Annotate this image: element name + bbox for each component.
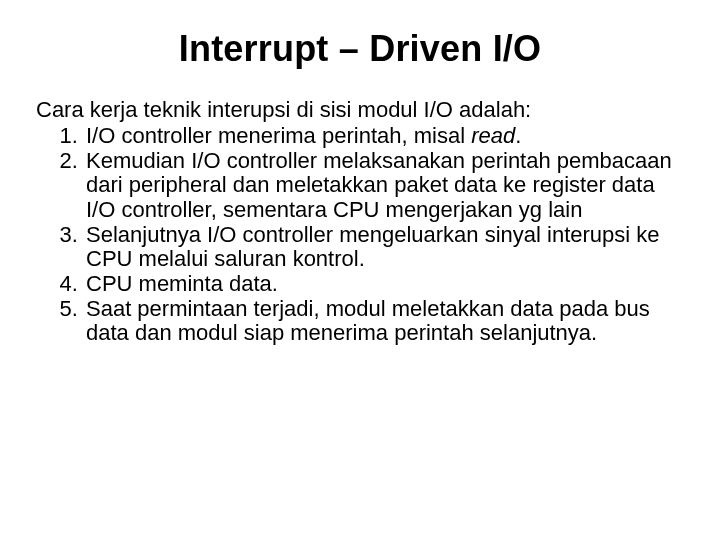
list-item: Kemudian I/O controller melaksanakan per… — [84, 149, 684, 223]
list-item-text: CPU meminta data. — [86, 271, 278, 296]
list-item-text: Kemudian I/O controller melaksanakan per… — [86, 148, 672, 222]
list-item: Selanjutnya I/O controller mengeluarkan … — [84, 223, 684, 272]
numbered-list: I/O controller menerima perintah, misal … — [36, 124, 684, 346]
list-item-italic: read — [471, 123, 515, 148]
slide-title: Interrupt – Driven I/O — [36, 28, 684, 70]
list-item-text: Selanjutnya I/O controller mengeluarkan … — [86, 222, 660, 272]
list-item: I/O controller menerima perintah, misal … — [84, 124, 684, 149]
list-item: Saat permintaan terjadi, modul meletakka… — [84, 297, 684, 346]
list-item-text: I/O controller menerima perintah, misal — [86, 123, 471, 148]
list-item-text: Saat permintaan terjadi, modul meletakka… — [86, 296, 650, 346]
list-item: CPU meminta data. — [84, 272, 684, 297]
slide: Interrupt – Driven I/O Cara kerja teknik… — [0, 0, 720, 346]
list-item-text: . — [515, 123, 521, 148]
intro-text: Cara kerja teknik interupsi di sisi modu… — [36, 98, 684, 122]
